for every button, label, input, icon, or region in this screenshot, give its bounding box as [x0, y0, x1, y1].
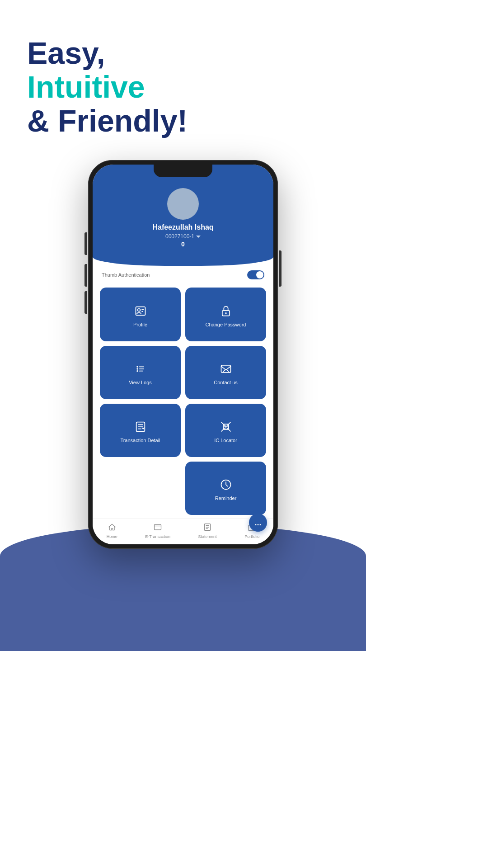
e-transaction-icon: [153, 523, 162, 533]
nav-home-label: Home: [107, 534, 117, 539]
locator-icon: [219, 420, 233, 434]
svg-rect-7: [221, 365, 230, 373]
menu-item-change-password[interactable]: Change Password: [185, 288, 266, 341]
svg-rect-11: [155, 525, 161, 530]
statement-icon: [203, 523, 212, 533]
menu-grid: Profile Change Password: [93, 284, 273, 519]
svg-point-5: [136, 368, 138, 370]
svg-point-1: [137, 308, 140, 311]
balance-value: 0: [181, 241, 185, 248]
reminder-icon: [219, 477, 233, 492]
contact-icon: [219, 362, 233, 376]
bottom-nav: Home E-Transaction Statement: [93, 519, 273, 544]
view-logs-label: View Logs: [129, 380, 152, 385]
ic-locator-label: IC Locator: [214, 438, 237, 443]
nav-statement[interactable]: Statement: [198, 523, 217, 539]
nav-home[interactable]: Home: [107, 523, 117, 539]
change-password-label: Change Password: [206, 322, 246, 327]
menu-item-ic-locator[interactable]: IC Locator: [185, 404, 266, 457]
hero-section: Easy, Intuitive & Friendly!: [0, 0, 366, 146]
avatar: [167, 188, 199, 220]
menu-item-view-logs[interactable]: View Logs: [100, 346, 181, 399]
app-header: Hafeezullah Ishaq 00027100-1 0: [93, 165, 273, 266]
phone-notch: [154, 165, 212, 177]
hero-friendly-text: & Friendly!: [27, 104, 188, 138]
thumb-auth-row: Thumb Authentication: [93, 266, 273, 284]
menu-item-reminder[interactable]: Reminder: [185, 462, 266, 515]
transaction-detail-label: Transaction Detail: [120, 438, 160, 443]
svg-point-6: [136, 370, 138, 372]
lock-icon: [219, 304, 233, 318]
user-account: 00027100-1: [165, 233, 201, 240]
menu-item-transaction-detail[interactable]: Transaction Detail: [100, 404, 181, 457]
phone-mockup-container: Hafeezullah Ishaq 00027100-1 0 Thumb Aut…: [0, 160, 366, 549]
home-icon: [108, 523, 117, 533]
nav-portfolio-label: Portfolio: [244, 534, 259, 539]
fab-label: ...: [254, 518, 261, 528]
nav-e-transaction-label: E-Transaction: [145, 534, 170, 539]
thumb-auth-label: Thumb Authentication: [102, 272, 150, 278]
menu-item-profile[interactable]: Profile: [100, 288, 181, 341]
hero-line2: Intuitive: [27, 70, 339, 104]
hero-line1: Easy,: [27, 36, 339, 70]
thumb-auth-toggle[interactable]: [247, 270, 264, 279]
profile-label: Profile: [133, 322, 147, 327]
toggle-knob: [256, 271, 263, 278]
menu-item-contact-us[interactable]: Contact us: [185, 346, 266, 399]
hero-line3: & Friendly!: [27, 104, 339, 138]
phone-outer: Hafeezullah Ishaq 00027100-1 0 Thumb Aut…: [88, 160, 278, 549]
svg-point-3: [225, 312, 227, 314]
nav-e-transaction[interactable]: E-Transaction: [145, 523, 170, 539]
hero-intuitive-text: Intuitive: [27, 70, 145, 104]
profile-icon: [133, 304, 148, 318]
phone-screen: Hafeezullah Ishaq 00027100-1 0 Thumb Aut…: [93, 165, 273, 544]
contact-us-label: Contact us: [214, 380, 238, 385]
account-number: 00027100-1: [165, 233, 194, 240]
hero-easy-text: Easy,: [27, 36, 105, 70]
fab-button[interactable]: ...: [249, 514, 267, 532]
logs-icon: [133, 362, 148, 376]
chevron-down-icon[interactable]: [196, 236, 201, 238]
user-name: Hafeezullah Ishaq: [152, 223, 213, 231]
transaction-icon: [133, 420, 148, 434]
reminder-label: Reminder: [215, 495, 237, 501]
svg-point-4: [136, 366, 138, 368]
empty-cell: [100, 462, 181, 515]
nav-statement-label: Statement: [198, 534, 217, 539]
